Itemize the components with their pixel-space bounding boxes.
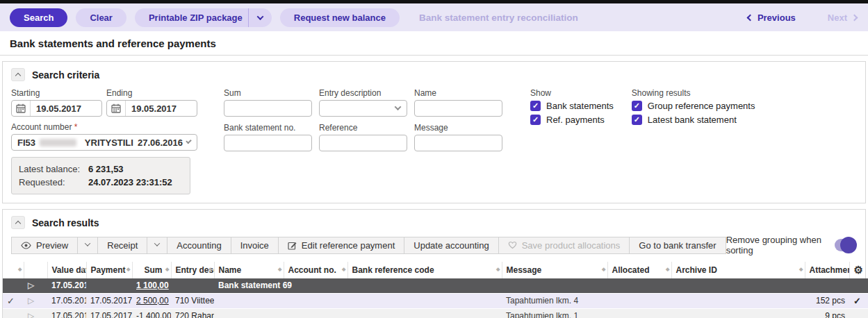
column-header-value-date[interactable]: Value date◆ (47, 262, 86, 278)
edit-icon (288, 241, 297, 250)
heart-icon (508, 241, 517, 249)
sum-input[interactable] (224, 100, 312, 117)
entry-description-cell (171, 278, 214, 293)
next-button-disabled[interactable]: Next (828, 12, 857, 23)
go-to-bank-transfer-button[interactable]: Go to bank transfer (629, 237, 726, 254)
name-input[interactable] (414, 100, 502, 117)
edit-reference-payment-button[interactable]: Edit reference payment (278, 237, 404, 254)
expand-triangle-icon[interactable]: ▷ (28, 281, 34, 290)
column-header-attachments[interactable]: Attachments (805, 262, 849, 278)
checkbox-bank-statements[interactable]: ✓ Bank statements (530, 101, 614, 111)
account-iban-prefix: FI53 (17, 137, 35, 148)
collapse-search-criteria-button[interactable] (11, 68, 25, 81)
column-header-archive-id[interactable]: Archive ID◆ (671, 262, 805, 278)
receipt-dropdown-button[interactable] (147, 237, 167, 254)
collapse-search-results-button[interactable] (11, 216, 25, 229)
table-row[interactable]: ▷ 17.05.2017 17.05.2017 -1 400,00 720 Ra… (3, 308, 868, 318)
checked-checkbox-icon: ✓ (632, 115, 642, 125)
message-field: Message (414, 123, 502, 151)
expand-triangle-icon[interactable]: ▷ (28, 296, 34, 306)
column-settings-header[interactable]: ⚙ (849, 262, 868, 278)
select-cell[interactable] (3, 308, 24, 318)
column-label: Payment (91, 265, 126, 275)
printable-zip-button[interactable]: Printable ZIP package (135, 8, 272, 27)
expand-cell[interactable]: ▷ (24, 278, 47, 293)
checkbox-group-reference-payments[interactable]: ✓ Group reference payments (632, 101, 755, 111)
entry-description-select[interactable] (319, 100, 407, 117)
action-toolbar: Search Clear Printable ZIP package Reque… (0, 3, 868, 31)
preview-button[interactable]: Preview (11, 237, 78, 254)
reference-input[interactable] (319, 135, 407, 151)
request-new-balance-button[interactable]: Request new balance (280, 8, 400, 27)
calendar-icon[interactable] (107, 101, 126, 116)
column-header-sum[interactable]: Sum◆ (132, 262, 171, 278)
ending-date-input[interactable]: 19.05.2017 (106, 100, 197, 117)
checkbox-latest-bank-statement[interactable]: ✓ Latest bank statement (632, 115, 755, 125)
sort-icon: ◆ (81, 267, 84, 272)
column-header-entry-description[interactable]: Entry description◆ (171, 262, 214, 278)
allocated-cell (607, 308, 671, 318)
name-field: Name (414, 88, 502, 117)
column-label: Account no. (288, 265, 336, 275)
search-criteria-panel: Search criteria Starting 19.05.2017 Endi… (2, 61, 866, 203)
sort-icon: ◆ (18, 267, 22, 272)
bank-reference-code-cell (347, 308, 502, 318)
column-header-bank-reference-code[interactable]: Bank reference code◆ (347, 262, 502, 278)
edit-reference-payment-label: Edit reference payment (302, 240, 395, 251)
archive-id-cell (671, 308, 805, 318)
column-header-name[interactable]: Name◆ (214, 262, 284, 278)
save-product-allocations-label: Save product allocations (522, 240, 621, 251)
column-label: Name (219, 265, 242, 275)
search-button[interactable]: Search (10, 8, 67, 27)
starting-label: Starting (11, 88, 102, 98)
entry-description-label: Entry description (319, 88, 407, 98)
payment-cell (86, 278, 132, 293)
clear-button[interactable]: Clear (76, 8, 126, 27)
invoice-button[interactable]: Invoice (231, 237, 279, 254)
sum-cell[interactable]: 1 100,00 (132, 278, 171, 293)
select-cell[interactable] (3, 278, 24, 293)
receipt-button[interactable]: Receipt (97, 237, 147, 254)
column-header-account-no[interactable]: Account no.◆ (284, 262, 347, 278)
expand-cell[interactable]: ▷ (24, 308, 47, 318)
sum-cell[interactable]: 2 500,00 (132, 293, 171, 308)
expand-triangle-icon[interactable]: ▷ (28, 311, 34, 318)
starting-date-value: 19.05.2017 (31, 103, 81, 114)
expand-cell[interactable]: ▷ (24, 293, 47, 308)
previous-button[interactable]: Previous (748, 12, 796, 23)
select-column-header[interactable]: ◆ (3, 262, 24, 278)
table-row-selected[interactable]: ✓ ▷ 17.05.2017 17.05.2017 2 500,00 710 V… (3, 293, 868, 308)
remove-grouping-toggle[interactable] (835, 239, 855, 251)
accounting-label: Accounting (177, 240, 221, 251)
bank-statement-no-label: Bank statement no. (224, 123, 312, 133)
sum-link[interactable]: -1 400,00 (136, 311, 171, 318)
sum-cell[interactable]: -1 400,00 (132, 308, 171, 318)
bank-statement-no-input[interactable] (224, 135, 312, 151)
starting-date-input[interactable]: 19.05.2017 (11, 100, 102, 117)
printable-zip-dropdown[interactable] (248, 8, 272, 27)
calendar-icon[interactable] (12, 101, 31, 116)
show-group-label: Show (530, 88, 614, 98)
invoice-label: Invoice (240, 240, 269, 251)
sum-link[interactable]: 1 100,00 (136, 281, 169, 290)
select-cell[interactable]: ✓ (3, 293, 24, 308)
save-product-allocations-button-disabled[interactable]: Save product allocations (498, 237, 630, 254)
column-header-allocated[interactable]: Allocated◆ (607, 262, 671, 278)
value-date-cell: 17.05.2017 (47, 293, 86, 308)
preview-label: Preview (36, 240, 68, 251)
checkbox-label: Latest bank statement (648, 115, 737, 125)
show-checkbox-group: Show ✓ Bank statements ✓ Ref. payments (530, 88, 614, 194)
accounting-button[interactable]: Accounting (167, 237, 231, 254)
sort-icon: ◆ (496, 267, 500, 272)
column-header-payment[interactable]: Payment◆ (86, 262, 132, 278)
table-row-group-bank-statement[interactable]: ▷ 17.05.2017 1 100,00 Bank statement 69 (3, 278, 868, 293)
column-header-message[interactable]: Message◆ (502, 262, 607, 278)
name-cell (214, 308, 284, 318)
update-accounting-button[interactable]: Update accounting (404, 237, 498, 254)
sum-link[interactable]: 2 500,00 (136, 296, 169, 306)
message-input[interactable] (414, 135, 502, 151)
checkbox-ref-payments[interactable]: ✓ Ref. payments (530, 115, 614, 125)
sum-label: Sum (224, 88, 312, 98)
preview-dropdown-button[interactable] (77, 237, 98, 254)
account-number-select[interactable]: FI53 YRITYSTILI 27.06.2016 (11, 134, 197, 151)
